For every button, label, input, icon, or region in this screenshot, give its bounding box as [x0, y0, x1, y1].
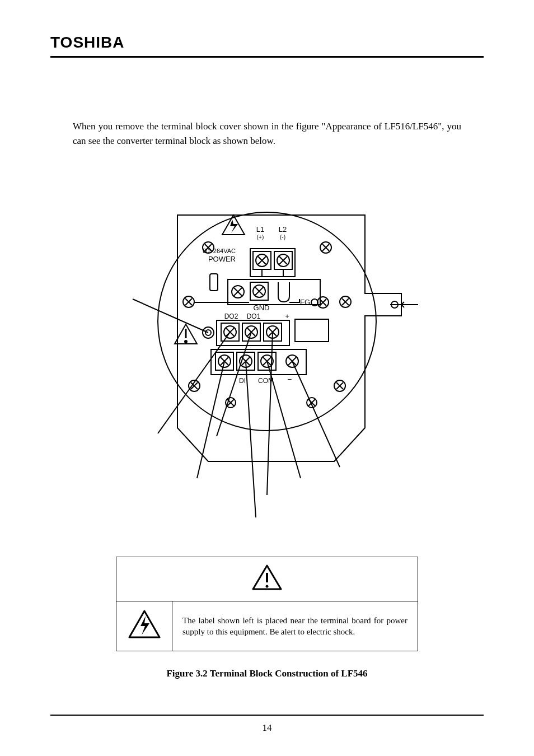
- svg-line-46: [267, 332, 273, 495]
- label-gnd: GND: [254, 304, 270, 312]
- label-fg: FG: [300, 298, 310, 306]
- svg-rect-9: [250, 249, 295, 277]
- label-do1: DO1: [247, 312, 261, 320]
- page-footer: 14: [50, 715, 484, 734]
- intro-paragraph: When you remove the terminal block cover…: [73, 119, 461, 148]
- label-do2: DO2: [224, 312, 238, 320]
- svg-line-48: [246, 361, 256, 517]
- label-com: COM: [258, 377, 274, 385]
- label-l1-sign: (+): [257, 234, 264, 240]
- svg-rect-20: [210, 274, 218, 291]
- label-l2: L2: [279, 225, 287, 234]
- svg-point-53: [266, 585, 269, 588]
- page-header: TOSHIBA: [50, 34, 484, 58]
- svg-line-43: [133, 299, 208, 333]
- label-di: DI: [239, 377, 246, 385]
- figure-caption: Figure 3.2 Terminal Block Construction o…: [50, 668, 484, 679]
- toshiba-logo: TOSHIBA: [50, 34, 125, 52]
- label-minus: −: [287, 375, 292, 384]
- page-number: 14: [263, 722, 272, 733]
- svg-rect-30: [295, 319, 329, 342]
- terminal-block-diagram: L1 (+) L2 (-) 80~264VAC POWER GND FG DO2…: [99, 181, 435, 529]
- label-l2-sign: (-): [280, 234, 285, 240]
- svg-point-2: [158, 212, 376, 431]
- caution-icon: [251, 564, 283, 592]
- warning-box: The label shown left is placed near the …: [116, 557, 418, 651]
- shock-hazard-icon: [127, 609, 162, 641]
- svg-line-50: [292, 361, 340, 467]
- label-plus: +: [285, 312, 289, 320]
- label-power-range: 80~264VAC: [203, 248, 236, 254]
- label-power: POWER: [208, 255, 236, 263]
- warning-text: The label shown left is placed near the …: [182, 615, 407, 638]
- svg-line-45: [217, 332, 251, 436]
- svg-point-40: [185, 340, 187, 343]
- label-l1: L1: [256, 225, 264, 234]
